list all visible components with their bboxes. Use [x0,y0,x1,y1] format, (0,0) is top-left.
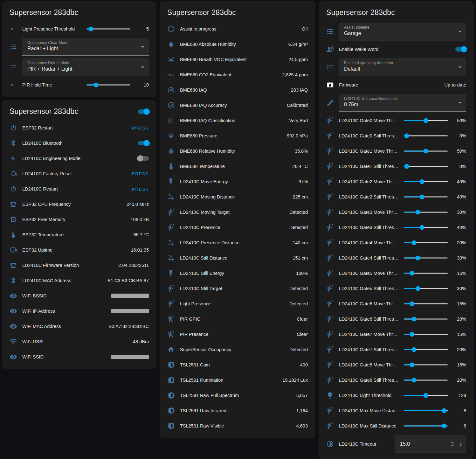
row-ld2410c-gate4-move-threshold[interactable]: LD2410C Gate4 Move Threshold20% [324,235,469,250]
row-ld2410c-gate2-still-threshold[interactable]: LD2410C Gate2 Still Threshold40% [324,189,469,205]
row-ld2410c-mac-address[interactable]: LD2410C MAC AddressE1:C3:B3:CB:BA:87 [7,273,151,288]
device-enabled-toggle[interactable] [138,109,149,114]
slider-ld2410c-gate5-move-threshold[interactable] [404,268,448,278]
row-bme680-temperature[interactable]: BME680 Temperature20.4 °C [165,159,310,174]
slider-ld2410c-gate6-still-threshold[interactable] [404,314,448,324]
row-ld2410c-gate8-still-threshold[interactable]: LD2410C Gate8 Still Threshold20% [324,372,469,388]
slider-knob[interactable] [88,27,93,31]
number-field-ld2410c-timeout[interactable]: 15.0s [395,435,466,453]
slider-knob[interactable] [419,195,424,199]
slider-ld2410c-gate2-move-threshold[interactable] [404,177,448,187]
row-bme680-pressure[interactable]: BME680 Pressure992.0 hPa [165,128,310,143]
row-bme680-breath-voc-equivalent[interactable]: BME680 Breath VOC Equivalent24.5 ppm [165,52,310,67]
toggle-ld2410c-bluetooth[interactable] [138,141,149,145]
row-ld2410c-gate4-still-threshold[interactable]: LD2410C Gate4 Still Threshold30% [324,250,469,266]
row-ld2410c-gate2-move-threshold[interactable]: LD2410C Gate2 Move Threshold40% [324,174,469,189]
slider-ld2410c-gate8-still-threshold[interactable] [404,375,448,385]
number-value[interactable]: 15.0 [400,441,451,447]
row-ld2410c-light-threshold[interactable]: LD2410C Light Threshold128 [324,388,469,403]
slider-knob[interactable] [412,317,417,322]
row-ld2410c-moving-target[interactable]: LD2410C Moving TargetDetected [165,205,310,220]
row-ld2410c-still-energy[interactable]: LD2410C Still Energy100% [165,266,310,281]
row-ld2410c-gate1-still-threshold[interactable]: LD2410C Gate1 Still Threshold0% [324,159,469,174]
row-bme680-iaq-classification[interactable]: BME680 IAQ ClassificationVery Bad [165,113,310,128]
slider-knob[interactable] [412,347,417,352]
row-ld2410c-gate8-move-threshold[interactable]: LD2410C Gate8 Move Threshold15% [324,357,469,372]
row-ld2410c-bluetooth[interactable]: LD2410C Bluetooth [7,136,151,151]
row-firmware[interactable]: FirmwareUp-to-date [324,77,469,93]
row-ld2410c-restart[interactable]: LD2410C RestartPRESS [7,181,151,197]
row-enable-wake-word[interactable]: Enable Wake Word [324,42,469,57]
slider-light-presence-threshold[interactable] [86,24,130,34]
row-ld2410c-gate6-still-threshold[interactable]: LD2410C Gate6 Still Threshold20% [324,311,469,327]
row-esp32-temperature[interactable]: ESP32 Temperature66.7 °C [7,227,151,242]
slider-ld2410c-gate1-still-threshold[interactable] [404,161,448,171]
slider-knob[interactable] [404,164,409,169]
row-tsl2591-raw-infrared[interactable]: TSL2591 Raw Infrared1,164 [165,403,310,418]
row-esp32-uptime[interactable]: ESP32 Uptime16:01:05 [7,242,151,258]
row-ld2410c-gate6-move-threshold[interactable]: LD2410C Gate6 Move Threshold15% [324,296,469,311]
slider-knob[interactable] [416,210,420,215]
row-ld2410c-presence[interactable]: LD2410C PresenceDetected [165,220,310,235]
select-occupancy-clear-mode[interactable]: Occupancy Clear ModeRadar + Light [22,38,149,56]
slider-knob[interactable] [424,149,428,154]
slider-ld2410c-gate3-move-threshold[interactable] [404,207,448,217]
row-pir-presence[interactable]: PIR PresenceClear [165,327,310,342]
slider-knob[interactable] [410,302,414,306]
row-ld2410c-still-target[interactable]: LD2410C Still TargetDetected [165,281,310,296]
row-ld2410c-still-distance[interactable]: LD2410C Still Distance151 cm [165,250,310,266]
row-esp32-restart[interactable]: ESP32 RestartPRESS [7,120,151,136]
toggle-enable-wake-word[interactable] [455,47,466,52]
slider-ld2410c-gate1-move-threshold[interactable] [404,146,448,156]
row-ld2410c-gate7-move-threshold[interactable]: LD2410C Gate7 Move Threshold15% [324,327,469,342]
row-ld2410c-move-energy[interactable]: LD2410C Move Energy37% [165,174,310,189]
row-bme680-absolute-humidity[interactable]: BME680 Absolute Humidity6.34 g/m³ [165,37,310,52]
row-ld2410c-gate1-move-threshold[interactable]: LD2410C Gate1 Move Threshold50% [324,143,469,159]
slider-pir-hold-time[interactable] [86,80,130,90]
row-occupancy-detect-mode[interactable]: Occupancy Detect ModePIR + Radar + Light [7,57,151,77]
slider-knob[interactable] [424,393,428,398]
row-wifi-rssi[interactable]: WiFi RSSI-48 dBm [7,334,151,349]
press-button[interactable]: PRESS [132,126,149,130]
row-wifi-bssid[interactable]: WiFi BSSID [7,288,151,303]
slider-ld2410c-gate5-still-threshold[interactable] [404,283,448,294]
row-ld2410c-gate5-move-threshold[interactable]: LD2410C Gate5 Move Threshold15% [324,266,469,281]
row-ld2410c-engineering-mode[interactable]: LD2410C Engineering Mode [7,151,151,166]
stepper-arrows-icon[interactable] [451,441,454,447]
slider-ld2410c-gate7-still-threshold[interactable] [404,344,448,355]
slider-ld2410c-max-still-distance[interactable] [404,421,448,431]
row-ld2410c-gate0-still-threshold[interactable]: LD2410C Gate0 Still Threshold0% [324,128,469,143]
row-tsl2591-illumination[interactable]: TSL2591 Illumination19.1824 Lux [165,372,310,388]
row-pir-hold-time[interactable]: PIR Hold Time10 [7,77,151,93]
row-pir-gpio[interactable]: PIR GPIOClear [165,311,310,327]
slider-knob[interactable] [410,363,414,367]
row-wifi-mac-address[interactable]: WiFi MAC AddressB0:A7:32:28:3D:BC [7,319,151,334]
slider-knob[interactable] [416,286,420,291]
row-assist-pipeline[interactable]: Assist pipelineGarage [324,21,469,42]
row-ld2410c-timeout[interactable]: LD2410C Timeout15.0s [324,434,469,455]
select-assist-pipeline[interactable]: Assist pipelineGarage [339,23,466,40]
row-ld2410c-gate5-still-threshold[interactable]: LD2410C Gate5 Still Threshold30% [324,281,469,296]
slider-ld2410c-gate8-move-threshold[interactable] [404,360,448,370]
slider-ld2410c-gate6-move-threshold[interactable] [404,299,448,309]
slider-ld2410c-gate2-still-threshold[interactable] [404,192,448,202]
row-ld2410c-distance-resolution[interactable]: LD2410C Distance Resolution0.75m [324,93,469,113]
slider-knob[interactable] [419,225,424,230]
slider-knob[interactable] [404,134,409,138]
row-bme680-iaq[interactable]: BME680 IAQ283 IAQ [165,82,310,98]
slider-knob[interactable] [93,83,98,87]
row-wifi-ip-address[interactable]: WiFi IP Address [7,303,151,319]
slider-ld2410c-gate4-move-threshold[interactable] [404,238,448,248]
select-occupancy-detect-mode[interactable]: Occupancy Detect ModePIR + Radar + Light [22,58,149,76]
row-ld2410c-max-still-distance[interactable]: LD2410C Max Still Distance8 [324,418,469,434]
toggle-ld2410c-engineering-mode[interactable] [138,156,149,161]
row-ld2410c-gate0-move-threshold[interactable]: LD2410C Gate0 Move Threshold50% [324,113,469,128]
row-ld2410c-moving-distance[interactable]: LD2410C Moving Distance225 cm [165,189,310,205]
slider-ld2410c-max-move-distance[interactable] [404,406,448,416]
slider-knob[interactable] [412,378,417,383]
row-ld2410c-gate3-still-threshold[interactable]: LD2410C Gate3 Still Threshold40% [324,220,469,235]
slider-ld2410c-gate4-still-threshold[interactable] [404,253,448,263]
row-occupancy-clear-mode[interactable]: Occupancy Clear ModeRadar + Light [7,37,151,57]
slider-ld2410c-gate0-still-threshold[interactable] [404,131,448,141]
slider-knob[interactable] [412,240,417,245]
